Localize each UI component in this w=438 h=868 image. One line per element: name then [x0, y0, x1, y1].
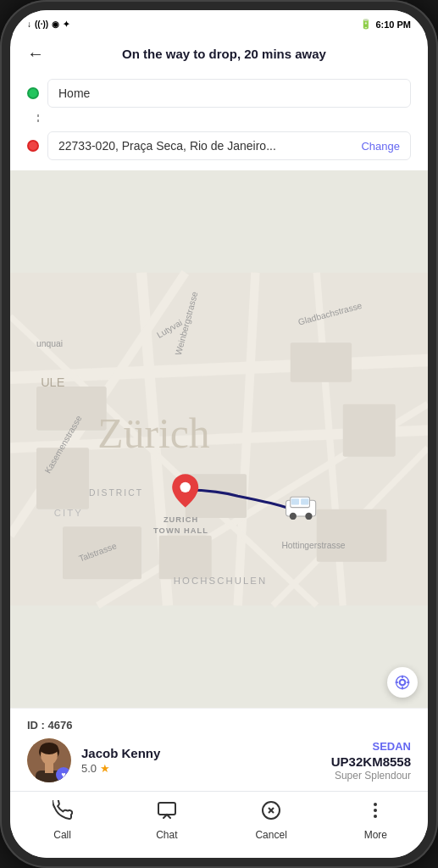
svg-rect-11: [36, 448, 89, 509]
svg-point-57: [374, 815, 377, 818]
battery-icon: 🔋: [360, 19, 372, 30]
chat-label: Chat: [156, 829, 177, 841]
wifi-icon: ((·)): [35, 19, 48, 29]
destination-text: 22733-020, Praça Seca, Rio de Janeiro...: [58, 139, 276, 153]
page-title: On the way to drop, 20 mins away: [54, 47, 394, 61]
svg-point-36: [305, 513, 312, 520]
connector-row: [27, 114, 411, 125]
car-icon: [286, 497, 316, 520]
driver-details: Jacob Kenny 5.0 ★: [81, 746, 160, 775]
svg-text:Hottingerstrasse: Hottingerstrasse: [281, 541, 345, 550]
call-label: Call: [53, 829, 71, 841]
origin-row: Home: [27, 79, 411, 108]
driver-id: ID : 4676: [27, 719, 411, 732]
driver-info-panel: ID : 4676: [10, 708, 428, 791]
svg-rect-17: [159, 536, 212, 580]
tab-bar: Call Chat: [10, 791, 428, 858]
cancel-icon: [261, 800, 281, 826]
driver-rating: 5.0 ★: [81, 762, 160, 775]
svg-rect-38: [301, 498, 308, 504]
svg-text:Zürich: Zürich: [97, 410, 209, 457]
status-bar: ↓ ((·)) ◉ ✦ 🔋 6:10 PM: [10, 10, 428, 34]
phone-frame: ↓ ((·)) ◉ ✦ 🔋 6:10 PM ← On the way to dr…: [0, 0, 438, 868]
destination-dot: [27, 140, 39, 152]
map-container: Weinbergstrasse Gladbachstrasse Kasemens…: [10, 170, 428, 708]
svg-point-39: [400, 680, 406, 686]
svg-text:ZURICH: ZURICH: [164, 515, 198, 524]
location-icon: ◉: [52, 19, 59, 29]
main-content: ← On the way to drop, 20 mins away Home …: [10, 34, 428, 858]
svg-rect-50: [45, 763, 53, 773]
bluetooth-icon: ✦: [63, 19, 69, 29]
map-svg: Weinbergstrasse Gladbachstrasse Kasemens…: [10, 170, 428, 708]
svg-text:DISTRICT: DISTRICT: [89, 488, 143, 498]
svg-point-56: [374, 809, 377, 812]
vehicle-info: SEDAN UP32KM8558 Super Splendour: [331, 740, 411, 782]
cancel-label: Cancel: [255, 829, 286, 841]
svg-text:HOCHSCHULEN: HOCHSCHULEN: [174, 576, 267, 586]
more-label: More: [364, 829, 387, 841]
more-icon: [365, 800, 385, 826]
svg-point-48: [40, 743, 58, 754]
svg-rect-37: [291, 498, 299, 504]
svg-point-32: [180, 482, 191, 492]
route-connector: [37, 114, 39, 125]
svg-text:CITY: CITY: [54, 508, 83, 518]
call-icon: [53, 800, 73, 826]
heart-badge: ♥: [56, 767, 71, 782]
svg-text:ULE: ULE: [41, 376, 64, 389]
svg-point-35: [290, 513, 297, 520]
driver-left: ♥ Jacob Kenny 5.0 ★: [27, 738, 160, 782]
origin-dot: [27, 87, 39, 99]
svg-rect-16: [317, 509, 387, 562]
status-left: ↓ ((·)) ◉ ✦: [27, 19, 69, 29]
change-button[interactable]: Change: [361, 140, 400, 153]
star-icon: ★: [100, 762, 110, 775]
rating-value: 5.0: [81, 762, 97, 775]
page-header: ← On the way to drop, 20 mins away: [10, 34, 428, 72]
driver-avatar: ♥: [27, 738, 71, 782]
status-right: 🔋 6:10 PM: [360, 19, 411, 30]
back-button[interactable]: ←: [27, 44, 44, 64]
route-inputs: Home 22733-020, Praça Seca, Rio de Janei…: [10, 72, 428, 170]
time-display: 6:10 PM: [375, 19, 411, 30]
tab-chat[interactable]: Chat: [114, 800, 219, 841]
svg-point-55: [374, 803, 377, 806]
svg-text:TOWN HALL: TOWN HALL: [153, 526, 208, 535]
my-location-button[interactable]: [387, 667, 418, 698]
svg-rect-13: [343, 404, 396, 457]
vehicle-model: Super Splendour: [331, 770, 411, 782]
svg-rect-51: [158, 803, 175, 815]
svg-rect-12: [291, 342, 352, 382]
destination-input[interactable]: 22733-020, Praça Seca, Rio de Janeiro...…: [47, 131, 411, 160]
origin-input[interactable]: Home: [47, 79, 411, 108]
tab-cancel[interactable]: Cancel: [219, 800, 324, 841]
tab-call[interactable]: Call: [10, 800, 114, 841]
destination-row: 22733-020, Praça Seca, Rio de Janeiro...…: [27, 131, 411, 160]
vehicle-type: SEDAN: [331, 740, 411, 753]
svg-text:unquai: unquai: [36, 339, 63, 348]
driver-row: ♥ Jacob Kenny 5.0 ★ SEDAN UP32KM8558: [27, 738, 411, 782]
chat-icon: [157, 800, 177, 826]
vehicle-plate: UP32KM8558: [331, 754, 411, 769]
phone-screen: ↓ ((·)) ◉ ✦ 🔋 6:10 PM ← On the way to dr…: [10, 10, 428, 858]
driver-name: Jacob Kenny: [81, 746, 160, 760]
signal-down-icon: ↓: [27, 19, 31, 29]
tab-more[interactable]: More: [324, 800, 428, 841]
